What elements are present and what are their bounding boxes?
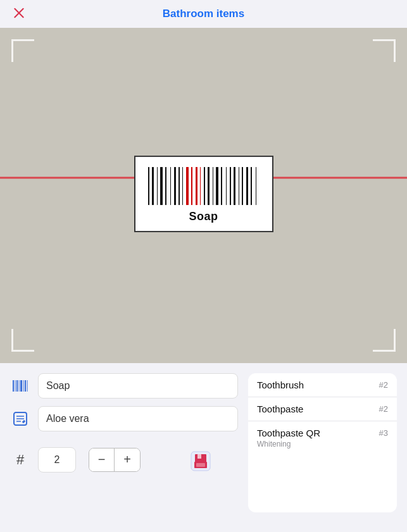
list-item-badge: #2 bbox=[379, 404, 388, 414]
camera-view: Soap bbox=[0, 28, 407, 363]
svg-rect-5 bbox=[19, 380, 20, 392]
bottom-panel: # − + bbox=[0, 363, 407, 532]
svg-rect-16 bbox=[197, 454, 201, 459]
corner-bracket-br bbox=[373, 329, 396, 352]
increase-button[interactable]: + bbox=[115, 448, 140, 471]
list-item-name: Toothpaste bbox=[257, 404, 303, 414]
list-item-row: Toothpaste QR #3 bbox=[257, 428, 388, 438]
list-item[interactable]: Toothpaste QR #3 Whitening bbox=[248, 421, 397, 455]
svg-rect-2 bbox=[13, 380, 14, 392]
save-button[interactable] bbox=[186, 447, 215, 478]
barcode-label: Soap bbox=[148, 210, 260, 223]
notes-input[interactable] bbox=[38, 406, 238, 431]
list-item-badge: #3 bbox=[379, 428, 388, 438]
list-item-subtitle-row: Whitening bbox=[257, 440, 388, 448]
list-item[interactable]: Toothpaste #2 bbox=[248, 397, 397, 421]
list-item-row: Toothbrush #2 bbox=[257, 380, 388, 390]
svg-rect-4 bbox=[16, 380, 18, 392]
page-title: Bathroom items bbox=[163, 8, 244, 20]
hash-symbol: # bbox=[10, 452, 30, 468]
corner-bracket-tl bbox=[11, 39, 34, 62]
list-item[interactable]: Toothbrush #2 bbox=[248, 373, 397, 397]
barcode-bars bbox=[148, 167, 260, 205]
list-item-subtitle: Whitening bbox=[257, 440, 291, 448]
list-item-badge: #2 bbox=[379, 380, 388, 390]
quantity-row: # − + bbox=[10, 442, 238, 478]
form-section: # − + bbox=[10, 373, 238, 522]
header: Bathroom items bbox=[0, 0, 407, 28]
corner-bracket-bl bbox=[11, 329, 34, 352]
svg-rect-8 bbox=[25, 380, 26, 392]
list-item-name: Toothbrush bbox=[257, 380, 304, 390]
svg-rect-3 bbox=[15, 380, 16, 392]
item-list: Toothbrush #2 Toothpaste #2 Toothpaste Q… bbox=[248, 373, 397, 512]
quantity-controls: − + bbox=[89, 448, 141, 472]
notes-row bbox=[10, 406, 238, 431]
corner-bracket-tr bbox=[373, 39, 396, 62]
quantity-input[interactable] bbox=[38, 447, 76, 473]
svg-rect-6 bbox=[20, 380, 22, 392]
close-button[interactable] bbox=[10, 4, 28, 24]
name-row bbox=[10, 373, 238, 399]
item-name-input[interactable] bbox=[38, 373, 238, 399]
svg-rect-7 bbox=[23, 380, 24, 392]
svg-rect-9 bbox=[27, 380, 28, 392]
barcode-container: Soap bbox=[134, 156, 273, 232]
list-item-row: Toothpaste #2 bbox=[257, 404, 388, 414]
notes-icon bbox=[10, 410, 30, 428]
decrease-button[interactable]: − bbox=[89, 448, 115, 471]
list-item-name: Toothpaste QR bbox=[257, 428, 320, 438]
svg-rect-18 bbox=[196, 463, 205, 467]
barcode-icon bbox=[10, 377, 30, 395]
